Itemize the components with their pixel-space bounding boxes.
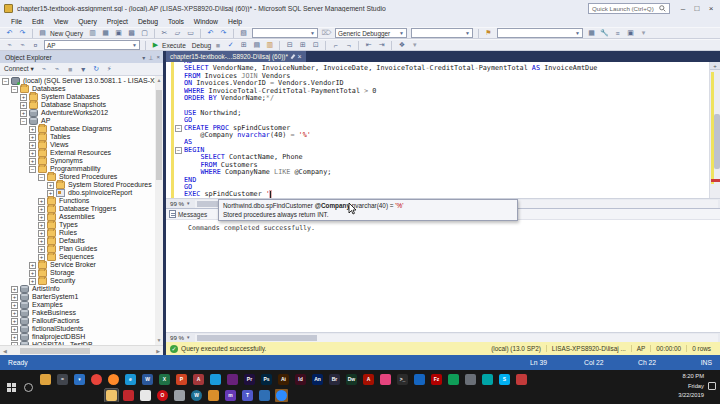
cut-icon[interactable]: ✂ [159,28,170,38]
execute-button[interactable]: Execute [162,42,186,49]
copy-icon[interactable]: ▱ [172,28,183,38]
taskbar-item-word[interactable]: W [141,373,154,386]
script-icon[interactable]: ⚡ [104,64,115,74]
taskbar-item-defender[interactable]: ▾ [73,373,86,386]
tree-item-assemblies[interactable]: +Assemblies [0,213,155,221]
plug-icon[interactable]: ⌁ [39,64,50,74]
new-query-icon[interactable]: ▤ [37,28,48,38]
fold-collapse-icon[interactable]: − [175,147,182,154]
taskbar-item-ssms[interactable] [105,389,118,402]
open-file-icon[interactable]: ▦ [100,28,111,38]
taskbar-item-chrome[interactable] [90,373,103,386]
pin-icon[interactable] [291,54,295,59]
expand-icon[interactable]: + [38,222,45,229]
taskbar-item-blue-app[interactable] [413,373,426,386]
parse-icon[interactable]: ✓ [225,40,236,50]
expand-icon[interactable]: + [29,262,36,269]
taskbar-item-photoshop[interactable]: Ps [260,373,273,386]
taskbar-item-access[interactable]: A [192,373,205,386]
taskbar-item-visual-studio[interactable] [226,373,239,386]
taskbar-item-zoom[interactable] [275,389,288,402]
document-tab[interactable]: chapter15-textbook-...S8920-D\lisaj (60)… [166,51,306,62]
tree-item-sequences[interactable]: +Sequences [0,253,155,261]
expand-icon[interactable]: + [20,102,27,109]
change-connection-icon[interactable]: ¤ [30,40,41,50]
database-selector[interactable]: AP▼ [44,40,140,50]
tree-item-stored-procedures[interactable]: −Stored Procedures [0,173,155,181]
template-params-icon[interactable]: ❖ [396,40,407,50]
taskbar-item-edge[interactable]: e [124,373,137,386]
expand-icon[interactable]: + [38,230,45,237]
editor-zoom-control[interactable]: 99 %▼ [166,200,193,207]
tree-item-types[interactable]: +Types [0,221,155,229]
uncomment-icon[interactable]: ¬ [343,40,354,50]
activity-monitor-icon[interactable]: ▧ [238,28,249,38]
expand-icon[interactable]: + [11,302,18,309]
taskbar-item-bridge[interactable]: Br [328,373,341,386]
collapse-icon[interactable]: ≡ [612,28,623,38]
taskbar-item-red-app[interactable] [122,389,135,402]
execute-icon[interactable]: ▶ [150,40,161,50]
cortana-icon[interactable] [24,383,33,392]
tree-item-examples[interactable]: +Examples [0,301,155,309]
quick-launch-input[interactable]: Quick Launch (Ctrl+Q) [588,3,670,14]
toolbar-overflow-icon[interactable]: ▾ [638,28,649,38]
find-input[interactable]: ▼ [497,28,583,38]
tree-item-finalprojectdbsh[interactable]: +finalprojectDBSH [0,333,155,341]
tree-item-hospital-testdb[interactable]: +HOSPITAL_TestDB [0,341,155,345]
tree-item-database-triggers[interactable]: +Database Triggers [0,205,155,213]
connect-button[interactable]: Connect ▾ [4,65,34,73]
undo-icon[interactable]: ↶ [205,28,216,38]
taskbar-item-gray-app[interactable] [464,373,477,386]
tree-item-tables[interactable]: +Tables [0,133,155,141]
messages-tab[interactable]: Messages [178,211,207,218]
save-icon[interactable]: ▣ [113,28,124,38]
expand-icon[interactable]: + [11,334,18,341]
navigate-forward-icon[interactable]: ↷ [17,28,28,38]
tree-item-functions[interactable]: +Functions [0,197,155,205]
deploy-icon[interactable]: ⚑ [483,28,494,38]
results-grid-icon[interactable]: ⊞ [297,40,308,50]
toolbar-overflow-icon[interactable]: ▾ [409,40,420,50]
taskbar-item-phone[interactable] [515,373,528,386]
tree-item-database-snapshots[interactable]: +Database Snapshots [0,101,155,109]
debug-button[interactable]: Debug [192,42,211,49]
close-button[interactable]: × [704,2,718,14]
tree-item-plan-guides[interactable]: +Plan Guides [0,245,155,253]
taskbar-clock[interactable]: 8:20 PM Friday 3/22/2019 [678,372,704,401]
expand-icon[interactable]: + [11,318,18,325]
taskbar-item-notebook[interactable] [258,389,271,402]
expand-icon[interactable]: + [29,134,36,141]
object-explorer-vertical-scrollbar[interactable]: ▲ ▼ [155,76,163,345]
taskbar-item-teams[interactable]: T [241,389,254,402]
taskbar-item-file-explorer[interactable] [39,373,52,386]
tree-item-views[interactable]: +Views [0,141,155,149]
tree-item-adventureworks2012[interactable]: +AdventureWorks2012 [0,109,155,117]
tree-item-ap[interactable]: −AP [0,117,155,125]
taskbar-item-premiere[interactable]: Pr [243,373,256,386]
toolbar-combo-2[interactable]: ▼ [411,28,473,38]
tree-item-storage[interactable]: +Storage [0,269,155,277]
tree-item-synonyms[interactable]: +Synonyms [0,157,155,165]
close-tab-icon[interactable]: × [297,53,301,60]
expand-icon[interactable]: + [29,270,36,277]
disconnect-icon[interactable]: ⌁ [17,40,28,50]
scroll-right-icon[interactable]: ▶ [153,348,163,354]
expand-icon[interactable]: + [29,150,36,157]
outdent-icon[interactable]: ⇤ [363,40,374,50]
tree-item-fictionalstudents[interactable]: +fictionalStudents [0,325,155,333]
expand-icon[interactable]: + [38,206,45,213]
collapse-icon[interactable]: − [20,118,27,125]
object-explorer-horizontal-scrollbar[interactable]: ◀ ▶ [0,345,163,355]
window-icon[interactable]: ▣ [625,28,636,38]
menu-tools[interactable]: Tools [163,18,189,25]
intellisense-icon[interactable]: ▥ [264,40,275,50]
taskbar-item-database-tool[interactable] [207,389,220,402]
tree-item-artistinfo[interactable]: +ArtistInfo [0,285,155,293]
taskbar-item-filezilla[interactable]: Fz [430,373,443,386]
taskbar-item-acrobat[interactable]: A [362,373,375,386]
scrollbar-thumb[interactable] [20,348,90,354]
tree-item-programmability[interactable]: −Programmability [0,165,155,173]
debugger-combo[interactable]: Generic Debugger▼ [335,28,407,38]
paste-icon[interactable]: ▭ [185,28,196,38]
